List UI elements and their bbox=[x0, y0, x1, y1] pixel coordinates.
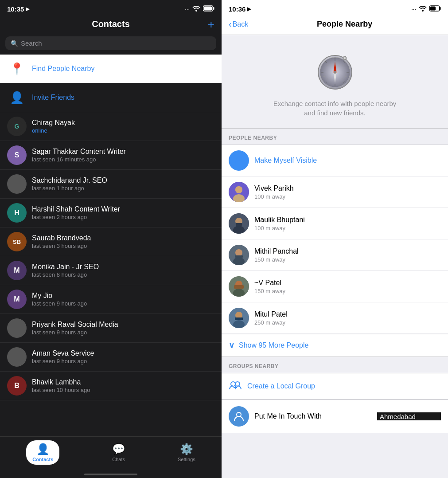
maulik-avatar bbox=[229, 213, 249, 234]
contact-sachchidanand[interactable]: Sachchidanand Jr. SEO last seen 1 hour a… bbox=[0, 170, 222, 199]
find-people-nearby-item[interactable]: 📍 Find People Nearby bbox=[0, 55, 222, 83]
contacts-nav-label: Contacts bbox=[32, 457, 53, 462]
find-people-avatar: 📍 bbox=[7, 59, 27, 78]
nearby-mithil[interactable]: Mithil Panchal 150 m away bbox=[222, 239, 448, 271]
nav-contacts[interactable]: 👤 Contacts bbox=[26, 440, 59, 465]
find-people-info: Find People Nearby bbox=[32, 65, 214, 73]
dots-icon-right: ··· bbox=[411, 6, 416, 12]
hero-section: Exchange contact info with people nearby… bbox=[222, 35, 448, 129]
search-bar[interactable]: 🔍 Search bbox=[5, 36, 216, 50]
maulik-name: Maulik Bhuptani bbox=[254, 216, 441, 224]
create-group-label: Create a Local Group bbox=[247, 382, 315, 390]
harshil-avatar: H bbox=[7, 203, 27, 223]
left-time: 10:35 ▶ bbox=[7, 5, 29, 13]
bottom-nav: 👤 Contacts 💬 Chats ⚙️ Settings bbox=[0, 436, 222, 478]
mitul-distance: 250 m away bbox=[254, 319, 441, 326]
harshil-status: last seen 2 hours ago bbox=[32, 214, 214, 220]
myjio-avatar: M bbox=[7, 290, 27, 309]
back-button[interactable]: ‹ Back bbox=[229, 19, 248, 29]
vpatel-avatar bbox=[229, 276, 249, 297]
people-nearby-title: People Nearby bbox=[248, 20, 441, 29]
contact-sagar[interactable]: S Sagar Thakkar Content Writer last seen… bbox=[0, 141, 222, 170]
put-me-in-touch-item[interactable]: Put Me In Touch With Ahmedabad bbox=[222, 400, 448, 433]
vivek-distance: 100 m away bbox=[254, 193, 441, 200]
compass-icon bbox=[314, 49, 356, 92]
nearby-mitul[interactable]: Mitul Patel 250 m away bbox=[222, 302, 448, 334]
left-status-icons: ··· bbox=[185, 5, 214, 13]
priyank-info: Priyank Raval Social Media last seen 9 h… bbox=[32, 321, 214, 336]
mitul-name: Mitul Patel bbox=[254, 310, 441, 318]
contact-myjio[interactable]: M My Jio last seen 9 hours ago bbox=[0, 285, 222, 314]
nav-chats[interactable]: 💬 Chats bbox=[112, 443, 125, 462]
aman-avatar bbox=[7, 347, 27, 367]
monika-avatar: M bbox=[7, 261, 27, 280]
battery-icon-right bbox=[429, 5, 441, 13]
saurab-status: last seen 3 hours ago bbox=[32, 243, 214, 249]
svg-text:G: G bbox=[15, 123, 19, 130]
contact-priyank[interactable]: Priyank Raval Social Media last seen 9 h… bbox=[0, 314, 222, 343]
svg-rect-48 bbox=[235, 255, 243, 258]
svg-rect-56 bbox=[235, 317, 243, 320]
contact-bhavik[interactable]: B Bhavik Lambha last seen 10 hours ago bbox=[0, 372, 222, 400]
contacts-list: 📍 Find People Nearby 👤 Invite Friends G … bbox=[0, 55, 222, 436]
groups-nearby-section-header: GROUPS NEARBY bbox=[222, 357, 448, 373]
svg-point-30 bbox=[334, 71, 336, 74]
settings-nav-icon: ⚙️ bbox=[180, 443, 193, 455]
make-visible-icon bbox=[229, 150, 249, 171]
harshil-name: Harshil Shah Content Writer bbox=[32, 205, 214, 213]
search-icon: 🔍 bbox=[11, 40, 18, 47]
put-me-avatar bbox=[229, 406, 249, 427]
sagar-info: Sagar Thakkar Content Writer last seen 1… bbox=[32, 148, 214, 163]
contact-saurab[interactable]: SB Saurab Brandveda last seen 3 hours ag… bbox=[0, 227, 222, 256]
bhavik-status: last seen 10 hours ago bbox=[32, 387, 214, 393]
vivek-info: Vivek Parikh 100 m away bbox=[254, 184, 441, 200]
show-more-chevron-icon: ∨ bbox=[229, 341, 234, 350]
contacts-nav-icon: 👤 bbox=[36, 443, 50, 455]
nav-settings[interactable]: ⚙️ Settings bbox=[178, 443, 195, 462]
harshil-info: Harshil Shah Content Writer last seen 2 … bbox=[32, 205, 214, 220]
svg-point-6 bbox=[422, 10, 424, 12]
myjio-name: My Jio bbox=[32, 292, 214, 300]
show-more-label: Show 95 More People bbox=[239, 341, 308, 349]
wifi-icon-right bbox=[419, 5, 427, 13]
dots-icon-left: ··· bbox=[185, 6, 190, 12]
hero-description: Exchange contact info with people nearby… bbox=[273, 99, 397, 118]
nearby-maulik[interactable]: Maulik Bhuptani 100 m away bbox=[222, 208, 448, 239]
nearby-vivek[interactable]: Vivek Parikh 100 m away bbox=[222, 176, 448, 208]
svg-rect-2 bbox=[213, 7, 214, 10]
chirag-avatar: G bbox=[7, 117, 27, 136]
contact-harshil[interactable]: H Harshil Shah Content Writer last seen … bbox=[0, 199, 222, 227]
home-indicator-left bbox=[84, 474, 137, 475]
svg-rect-9 bbox=[430, 7, 436, 11]
left-status-bar: 10:35 ▶ ··· bbox=[0, 0, 222, 16]
sachchidanand-name: Sachchidanand Jr. SEO bbox=[32, 176, 214, 184]
mitul-avatar bbox=[229, 308, 249, 328]
make-myself-visible-item[interactable]: Make Myself Visible bbox=[222, 145, 448, 176]
chats-nav-icon: 💬 bbox=[112, 443, 125, 455]
left-panel: 10:35 ▶ ··· Contacts + bbox=[0, 0, 222, 478]
create-local-group-item[interactable]: Create a Local Group bbox=[222, 373, 448, 400]
sagar-status: last seen 16 minutes ago bbox=[32, 156, 214, 163]
svg-point-0 bbox=[195, 10, 197, 12]
wifi-icon-left bbox=[192, 5, 200, 13]
contact-aman[interactable]: Aman Seva Service last seen 9 hours ago bbox=[0, 343, 222, 372]
contact-chirag[interactable]: G Chirag Nayak online bbox=[0, 112, 222, 141]
contact-monika[interactable]: M Monika Jain - Jr SEO last seen 8 hours… bbox=[0, 256, 222, 285]
vpatel-info: ~V Patel 150 m away bbox=[254, 279, 441, 294]
show-more-row[interactable]: ∨ Show 95 More People bbox=[222, 334, 448, 357]
search-placeholder: Search bbox=[21, 39, 42, 47]
priyank-name: Priyank Raval Social Media bbox=[32, 321, 214, 329]
chirag-status: online bbox=[32, 127, 214, 134]
myjio-status: last seen 9 hours ago bbox=[32, 300, 214, 307]
invite-friends-item[interactable]: 👤 Invite Friends bbox=[0, 83, 222, 112]
vivek-name: Vivek Parikh bbox=[254, 184, 441, 192]
invite-friends-info: Invite Friends bbox=[32, 94, 214, 102]
priyank-status: last seen 9 hours ago bbox=[32, 329, 214, 336]
invite-friends-label: Invite Friends bbox=[32, 94, 214, 102]
nearby-vpatel[interactable]: ~V Patel 150 m away bbox=[222, 271, 448, 302]
mithil-name: Mithil Panchal bbox=[254, 247, 441, 255]
svg-point-32 bbox=[344, 57, 346, 59]
right-time: 10:36 ▶ bbox=[229, 5, 251, 13]
add-contact-button[interactable]: + bbox=[208, 19, 214, 30]
chirag-info: Chirag Nayak online bbox=[32, 119, 214, 134]
